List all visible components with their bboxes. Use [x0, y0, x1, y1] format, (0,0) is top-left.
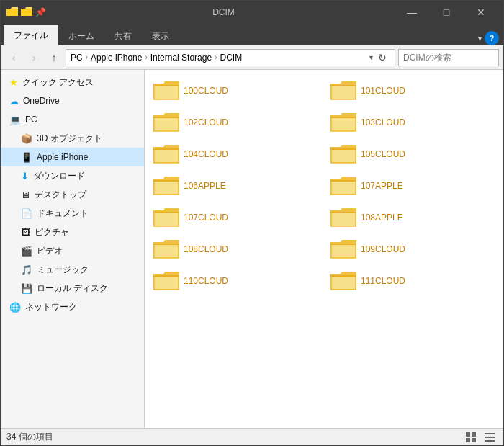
title-folder-icon2 [21, 7, 32, 17]
ribbon-tabs: ファイル ホーム 共有 表示 ▾ ? [1, 24, 503, 45]
file-name: 107APPLE [361, 181, 403, 191]
file-item-f14[interactable]: 111CLOUD [325, 266, 500, 296]
file-item-f2[interactable]: 101CLOUD [325, 76, 500, 106]
sidebar-label-desktop: デスクトップ [35, 189, 86, 201]
title-folder-icon1 [6, 7, 18, 17]
file-item-f7[interactable]: 106APPLE [148, 171, 323, 201]
folder-svg [330, 207, 356, 228]
file-item-f11[interactable]: 108CLOUD [148, 234, 323, 264]
folder-icon [153, 80, 179, 102]
sidebar-label-localdisk: ローカル ディスク [37, 282, 108, 295]
folder-svg [153, 143, 179, 165]
status-right [463, 429, 498, 445]
sidebar-item-music[interactable]: 🎵 ミュージック [1, 260, 144, 279]
folder-icon [330, 270, 356, 292]
path-dropdown-button[interactable]: ▾ [369, 53, 373, 61]
folder-icon [153, 207, 179, 228]
folder-icon [330, 80, 356, 102]
svg-rect-2 [466, 438, 470, 442]
file-item-f8[interactable]: 107APPLE [325, 171, 500, 201]
sidebar-item-quick-access[interactable]: ★ クイック アクセス [1, 73, 144, 92]
file-item-f12[interactable]: 109CLOUD [325, 234, 500, 264]
address-path[interactable]: PC › Apple iPhone › Internal Storage › D… [66, 49, 395, 66]
file-item-f4[interactable]: 103CLOUD [325, 107, 500, 138]
file-area: 100CLOUD 101CLOUD 102CLOUD [145, 70, 503, 428]
tab-share[interactable]: 共有 [104, 27, 142, 45]
grid-view-button[interactable] [463, 429, 479, 445]
desktop-icon: 🖥 [21, 189, 30, 200]
sidebar-label-apple-iphone: Apple iPhone [37, 152, 88, 162]
file-item-f5[interactable]: 104CLOUD [148, 139, 323, 169]
folder-svg [153, 80, 179, 102]
folder-icon [330, 112, 356, 133]
path-dropdown: ▾ ↻ [369, 50, 390, 66]
file-item-f10[interactable]: 108APPLE [325, 202, 500, 233]
file-item-f13[interactable]: 110CLOUD [148, 266, 323, 296]
folder-icon [153, 270, 179, 292]
sidebar-label-music: ミュージック [37, 264, 89, 276]
sidebar-label-onedrive: OneDrive [23, 96, 60, 106]
ribbon: ファイル ホーム 共有 表示 ▾ ? [1, 24, 503, 45]
refresh-button[interactable]: ↻ [374, 50, 390, 66]
sidebar-label-network: ネットワーク [25, 301, 77, 313]
download-icon: ⬇ [21, 171, 29, 182]
sidebar-item-desktop[interactable]: 🖥 デスクトップ [1, 185, 144, 204]
sidebar-label-downloads: ダウンロード [33, 170, 85, 182]
pc-icon: 💻 [9, 115, 21, 125]
folder-svg [153, 112, 179, 133]
tab-home[interactable]: ホーム [58, 27, 104, 45]
folder-icon [153, 175, 179, 197]
folder-svg [153, 175, 179, 197]
file-item-f9[interactable]: 107CLOUD [148, 202, 323, 233]
file-name: 106APPLE [184, 181, 226, 191]
sidebar-item-pc[interactable]: 💻 PC [1, 110, 144, 129]
address-bar: ‹ › ↑ PC › Apple iPhone › Internal Stora… [1, 45, 503, 70]
sidebar-item-localdisk[interactable]: 💾 ローカル ディスク [1, 279, 144, 298]
window: 📌 DCIM — □ ✕ ファイル ホーム 共有 表示 ▾ ? ‹ › ↑ PC… [0, 0, 504, 446]
sidebar-item-downloads[interactable]: ⬇ ダウンロード [1, 166, 144, 185]
sidebar-label-pictures: ピクチャ [35, 226, 69, 238]
status-count: 34 個の項目 [6, 431, 53, 443]
search-input[interactable] [403, 53, 504, 63]
sidebar-item-pictures[interactable]: 🖼 ピクチャ [1, 223, 144, 241]
forward-button[interactable]: › [25, 49, 42, 66]
up-button[interactable]: ↑ [45, 49, 63, 66]
maximize-button[interactable]: □ [430, 1, 463, 24]
file-item-f6[interactable]: 105CLOUD [325, 139, 500, 169]
list-view-button[interactable] [482, 429, 498, 445]
tab-file[interactable]: ファイル [4, 25, 58, 45]
network-icon: 🌐 [9, 302, 21, 313]
svg-rect-4 [485, 433, 495, 434]
file-name: 101CLOUD [361, 86, 405, 96]
sidebar-item-apple-iphone[interactable]: 📱 Apple iPhone [1, 148, 144, 166]
minimize-button[interactable]: — [395, 1, 428, 24]
path-arrow2: › [145, 53, 147, 61]
file-name: 105CLOUD [361, 149, 405, 159]
folder-svg [330, 112, 356, 133]
sidebar-item-videos[interactable]: 🎬 ビデオ [1, 241, 144, 260]
close-button[interactable]: ✕ [464, 1, 498, 24]
sidebar-item-3dobjects[interactable]: 📦 3D オブジェクト [1, 129, 144, 148]
file-name: 102CLOUD [184, 117, 228, 128]
search-box[interactable]: 🔍 [398, 49, 499, 66]
folder-icon [153, 143, 179, 165]
file-name: 100CLOUD [184, 86, 228, 96]
folder-svg [330, 80, 356, 102]
path-arrow3: › [215, 53, 217, 61]
sidebar-item-documents[interactable]: 📄 ドキュメント [1, 204, 144, 223]
file-name: 104CLOUD [184, 149, 228, 159]
file-item-f3[interactable]: 102CLOUD [148, 107, 323, 138]
file-item-f1[interactable]: 100CLOUD [148, 76, 323, 106]
help-button[interactable]: ? [485, 31, 499, 45]
back-button[interactable]: ‹ [5, 49, 22, 66]
ribbon-collapse-icon[interactable]: ▾ [478, 35, 482, 43]
folder-svg [330, 270, 356, 292]
path-pc: PC [71, 53, 83, 63]
folder-icon [153, 238, 179, 260]
tab-view[interactable]: 表示 [142, 27, 179, 45]
pin-icon: 📌 [35, 7, 46, 17]
sidebar-item-network[interactable]: 🌐 ネットワーク [1, 298, 144, 316]
folder-icon [330, 175, 356, 197]
videos-icon: 🎬 [21, 246, 32, 257]
sidebar-item-onedrive[interactable]: ☁ OneDrive [1, 92, 144, 110]
